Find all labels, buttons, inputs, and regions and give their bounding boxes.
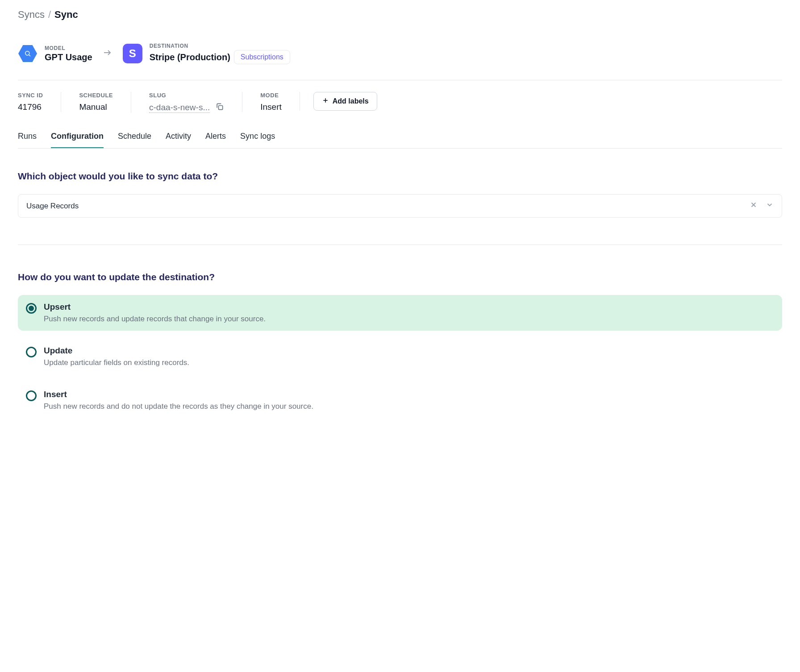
slug-value[interactable]: c-daa-s-new-s...	[149, 103, 210, 113]
meta-mode: MODE Insert	[242, 92, 300, 112]
tabs: Runs Configuration Schedule Activity Ale…	[18, 132, 782, 149]
tab-alerts[interactable]: Alerts	[205, 132, 226, 148]
mode-label: MODE	[260, 92, 282, 99]
chevron-down-icon[interactable]	[766, 201, 774, 211]
schedule-value: Manual	[79, 102, 113, 112]
stripe-icon: S	[123, 44, 142, 63]
model-name[interactable]: GPT Usage	[45, 52, 92, 62]
radio-title: Update	[44, 346, 189, 356]
object-select[interactable]: Usage Records	[18, 194, 782, 218]
update-section-title: How do you want to update the destinatio…	[18, 272, 782, 282]
tab-sync-logs[interactable]: Sync logs	[240, 132, 275, 148]
add-labels-button[interactable]: Add labels	[313, 92, 377, 111]
plus-icon	[322, 97, 329, 106]
radio-insert[interactable]: Insert Push new records and do not updat…	[18, 382, 782, 418]
model-kicker: MODEL	[45, 45, 92, 51]
destination-name[interactable]: Stripe (Production)	[150, 52, 230, 62]
radio-update[interactable]: Update Update particular fields on exist…	[18, 339, 782, 374]
meta-schedule: SCHEDULE Manual	[61, 92, 131, 112]
destination-object-pill[interactable]: Subscriptions	[234, 50, 290, 64]
arrow-right-icon	[102, 47, 113, 60]
radio-indicator	[26, 303, 37, 314]
destination-kicker: DESTINATION	[150, 43, 290, 49]
copy-icon[interactable]	[215, 102, 224, 113]
meta-row: SYNC ID 41796 SCHEDULE Manual SLUG c-daa…	[18, 92, 782, 113]
sync-id-value: 41796	[18, 102, 43, 112]
object-section-title: Which object would you like to sync data…	[18, 171, 782, 182]
slug-label: SLUG	[149, 92, 224, 99]
schedule-label: SCHEDULE	[79, 92, 113, 99]
bigquery-icon	[18, 44, 38, 63]
radio-desc: Push new records and do not update the r…	[44, 402, 313, 411]
breadcrumb-current: Sync	[54, 9, 78, 21]
meta-labels: Add labels	[300, 92, 395, 111]
svg-line-1	[29, 55, 30, 56]
divider	[18, 245, 782, 245]
divider	[18, 80, 782, 80]
sync-id-label: SYNC ID	[18, 92, 43, 99]
add-labels-text: Add labels	[333, 97, 369, 105]
clear-icon[interactable]	[750, 201, 758, 211]
meta-sync-id: SYNC ID 41796	[18, 92, 61, 112]
radio-indicator	[26, 390, 37, 401]
update-mode-radio-group: Upsert Push new records and update recor…	[18, 295, 782, 418]
sync-header: MODEL GPT Usage S DESTINATION Stripe (Pr…	[18, 43, 782, 64]
meta-slug: SLUG c-daa-s-new-s...	[131, 92, 242, 113]
breadcrumb-separator: /	[48, 9, 51, 21]
tab-schedule[interactable]: Schedule	[118, 132, 151, 148]
mode-value: Insert	[260, 102, 282, 112]
object-select-value: Usage Records	[26, 202, 79, 211]
radio-title: Upsert	[44, 302, 266, 312]
breadcrumb: Syncs / Sync	[18, 9, 782, 21]
svg-rect-3	[219, 106, 223, 110]
tab-runs[interactable]: Runs	[18, 132, 37, 148]
radio-desc: Update particular fields on existing rec…	[44, 358, 189, 367]
radio-upsert[interactable]: Upsert Push new records and update recor…	[18, 295, 782, 331]
radio-indicator	[26, 347, 37, 357]
tab-configuration[interactable]: Configuration	[51, 132, 104, 148]
radio-desc: Push new records and update records that…	[44, 315, 266, 324]
tab-activity[interactable]: Activity	[166, 132, 191, 148]
svg-point-0	[25, 51, 29, 55]
model-block: MODEL GPT Usage	[18, 44, 92, 63]
destination-block: S DESTINATION Stripe (Production) Subscr…	[123, 43, 290, 64]
radio-title: Insert	[44, 390, 313, 399]
breadcrumb-parent-link[interactable]: Syncs	[18, 9, 45, 21]
